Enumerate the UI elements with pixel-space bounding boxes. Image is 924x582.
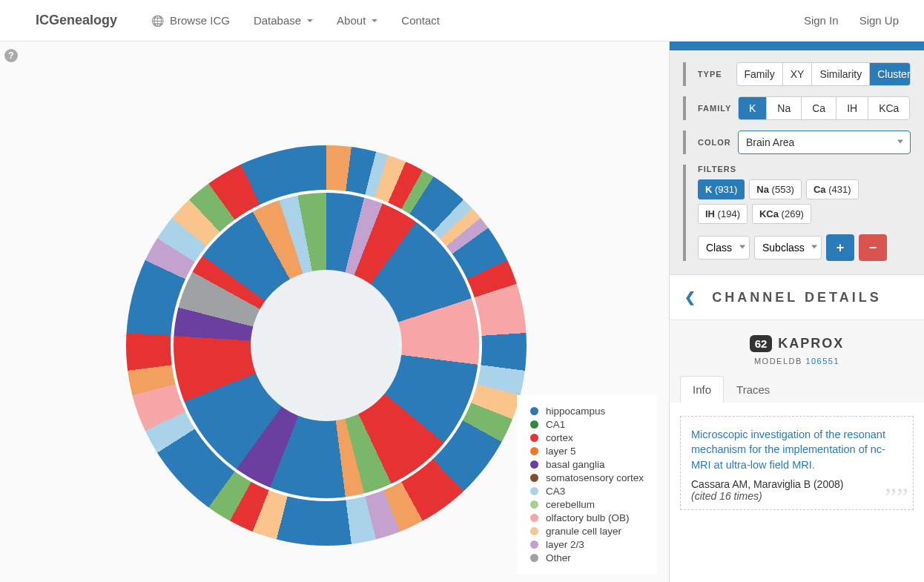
caret-icon [307,19,313,22]
type-opt-family[interactable]: Family [737,63,783,85]
modeldb-link[interactable]: 106551 [805,357,839,366]
legend-item: Other [527,552,644,563]
color-label: COLOR [698,138,738,147]
nav-database[interactable]: Database [243,1,323,40]
filter-pills: K (931)Na (553)Ca (431)IH (194)KCa (269) [698,179,911,224]
legend-label: layer 2/3 [546,539,584,550]
filter-pill-kca[interactable]: KCa (269) [752,204,811,224]
type-label: TYPE [698,70,736,79]
legend-label: basal ganglia [546,459,605,470]
family-opt-ih[interactable]: IH [836,97,868,119]
subclass-select[interactable]: Subclass [754,236,822,259]
filter-pill-k[interactable]: K (931) [698,179,745,199]
legend-item: somatosensory cortex [527,472,644,483]
legend-item: granule cell layer [527,526,644,537]
family-group: KNaCaIHKCa [738,96,910,120]
swatch-icon [530,487,538,495]
nav-about[interactable]: About [326,1,388,40]
tab-traces[interactable]: Traces [724,376,782,403]
citation-title-link[interactable]: Microscopic investigation of the resonan… [691,427,902,472]
legend-item: layer 5 [527,446,644,457]
accent-tick [683,62,686,86]
controls-block: TYPE FamilyXYSimilarityCluster FAMILY KN… [670,50,924,274]
legend-item: basal ganglia [527,459,644,470]
citation-authors: Cassara AM, Maraviglia B (2008) [691,478,902,490]
swatch-icon [530,434,538,442]
swatch-icon [530,540,538,549]
accent-tick [683,96,686,120]
legend-label: cortex [546,432,573,443]
type-group: FamilyXYSimilarityCluster [736,62,911,86]
type-opt-similarity[interactable]: Similarity [812,63,870,85]
legend-label: cerebellum [546,499,595,510]
legend-label: granule cell layer [546,526,621,537]
swatch-icon [530,527,538,535]
quote-icon: ”” [885,484,908,511]
legend-label: CA3 [546,486,565,497]
swatch-icon [530,554,538,562]
legend-item: CA1 [527,419,644,430]
type-opt-xy[interactable]: XY [783,63,813,85]
nav-signup[interactable]: Sign Up [849,1,909,40]
citation-count: (cited 16 times) [691,490,902,502]
legend-item: cerebellum [527,499,644,510]
legend-item: cortex [527,432,644,443]
accent-tick [683,130,686,154]
sidebar: TYPE FamilyXYSimilarityCluster FAMILY KN… [669,42,924,582]
filters-label: FILTERS [698,165,911,173]
legend-item: layer 2/3 [527,539,644,550]
legend-label: hippocampus [546,406,605,417]
legend-label: Other [546,552,571,563]
swatch-icon [530,460,538,469]
legend-item: olfactory bulb (OB) [527,512,644,523]
legend: hippocampusCA1cortexlayer 5basal ganglia… [517,395,657,575]
nav-contact[interactable]: Contact [391,1,450,40]
filter-pill-na[interactable]: Na (553) [749,179,802,199]
viz-area: ? hippocampusCA1cortexlayer 5basal gangl… [0,42,669,582]
type-opt-cluster[interactable]: Cluster [870,63,911,85]
family-opt-ca[interactable]: Ca [802,97,836,119]
legend-label: layer 5 [546,446,576,457]
back-button[interactable]: ❮ [684,289,696,305]
citation-box: Microscopic investigation of the resonan… [680,416,914,510]
legend-label: somatosensory cortex [546,472,644,483]
help-icon[interactable]: ? [4,49,18,62]
swatch-icon [530,514,538,522]
channel-id-badge: 62 [750,335,773,352]
swatch-icon [530,407,538,415]
detail-body: Microscopic investigation of the resonan… [670,403,924,582]
nav-signin[interactable]: Sign In [793,1,849,40]
family-opt-kca[interactable]: KCa [868,97,909,119]
legend-label: CA1 [546,419,565,430]
legend-item: hippocampus [527,406,644,417]
color-select[interactable]: Brain Area [738,130,911,154]
channel-meta: 62 KAPROX MODELDB 106551 [670,320,924,376]
remove-filter-button[interactable]: − [859,234,887,261]
detail-title: CHANNEL DETAILS [712,290,881,305]
swatch-icon [530,474,538,482]
globe-icon [151,14,167,27]
brand[interactable]: ICGenealogy [15,13,138,28]
channel-name: KAPROX [778,336,844,351]
add-filter-button[interactable]: + [826,234,854,261]
filter-pill-ih[interactable]: IH (194) [698,204,748,224]
filter-pill-ca[interactable]: Ca (431) [806,179,859,199]
caret-icon [372,19,377,22]
tab-info[interactable]: Info [680,376,724,403]
class-select[interactable]: Class [698,236,750,259]
swatch-icon [530,420,538,429]
accent-bar [670,42,924,50]
family-opt-k[interactable]: K [739,97,767,119]
swatch-icon [530,500,538,509]
detail-tabs: InfoTraces [670,376,924,403]
modeldb-label: MODELDB [754,357,802,366]
sunburst-chart[interactable] [126,145,527,546]
legend-item: CA3 [527,486,644,497]
family-opt-na[interactable]: Na [767,97,802,119]
detail-header: ❮ CHANNEL DETAILS [670,274,924,320]
swatch-icon [530,447,538,455]
nav-browse[interactable]: Browse ICG [141,1,240,40]
family-label: FAMILY [698,104,738,113]
navbar: ICGenealogy Browse ICG Database About Co… [0,0,924,42]
legend-label: olfactory bulb (OB) [546,512,630,523]
